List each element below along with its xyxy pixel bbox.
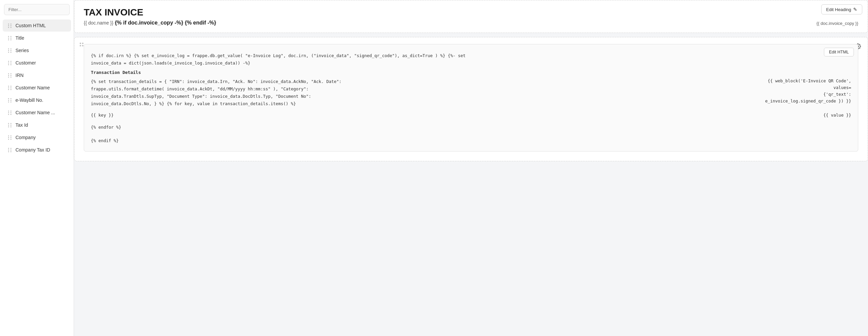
- filter-input[interactable]: [4, 4, 70, 15]
- drag-handle-dots-icon: [8, 36, 12, 40]
- endfor-line: {% endfor %}: [91, 124, 851, 131]
- edit-heading-button[interactable]: Edit Heading ✎: [821, 4, 862, 14]
- content-card-inner: Edit HTML {% if doc.irn %} {% set e_invo…: [74, 37, 868, 161]
- invoice-title: TAX INVOICE: [84, 7, 858, 18]
- pencil-icon: ✎: [853, 7, 857, 12]
- sidebar-filter-container: [4, 4, 70, 15]
- sidebar-item-label: IRN: [16, 73, 24, 78]
- drag-handle-dots-icon: [8, 123, 12, 127]
- card-drag-handle[interactable]: [80, 43, 84, 46]
- invoice-copy-var: {{ doc.invoice_copy }}: [816, 21, 858, 26]
- drag-handle-dots-icon: [8, 73, 12, 78]
- sidebar-item-company-tax-id[interactable]: Company Tax ID: [3, 144, 71, 156]
- endif-line: {% endif %}: [91, 137, 851, 144]
- code-line-3-left: {% set transaction_details = { "IRN": in…: [91, 78, 750, 108]
- qr-code-line-2: {'qr_text': e_invoice_log.signed_qr_code…: [750, 91, 851, 104]
- edit-html-area: Edit HTML {% if doc.irn %} {% set e_invo…: [84, 44, 858, 152]
- key-value-row: {{ key }} {{ value }}: [91, 112, 851, 119]
- sidebar-item-label: e-Waybill No.: [16, 97, 43, 103]
- sidebar-item-label: Custom HTML: [16, 23, 46, 28]
- code-line-3: {% set transaction_details = { "IRN": in…: [91, 78, 750, 85]
- key-var: {{ key }}: [91, 112, 114, 119]
- drag-handle-dots-icon: [8, 98, 12, 102]
- drag-handle-dots-icon: [8, 135, 12, 140]
- drag-handle-dots-icon: [8, 148, 12, 152]
- invoice-template-text: {% if doc.invoice_copy -%} {% endif -%}: [115, 20, 216, 26]
- invoice-subtitle: {{ doc.name }} {% if doc.invoice_copy -%…: [84, 20, 858, 26]
- sidebar-item-label: Customer: [16, 60, 36, 66]
- transaction-details-label: Transaction Details: [91, 70, 141, 75]
- main-content: Edit Heading ✎ TAX INVOICE {{ doc.name }…: [74, 0, 868, 336]
- sidebar-item-label: Customer Name ...: [16, 110, 55, 115]
- qr-code-line-1: {{ web_block('E-Invoice QR Code', values…: [750, 78, 851, 91]
- code-line-5: invoice_data.TranDtls.SupTyp, "Document …: [91, 93, 750, 100]
- sidebar-item-label: Series: [16, 48, 29, 53]
- sidebar-item-label: Company Tax ID: [16, 147, 50, 153]
- drag-handle-dots-icon: [8, 61, 12, 65]
- code-line-transaction-label: Transaction Details: [91, 69, 851, 76]
- code-line-1: {% if doc.irn %} {% set e_invoice_log = …: [91, 53, 851, 59]
- value-var: {{ value }}: [823, 112, 851, 119]
- content-card: Edit HTML {% if doc.irn %} {% set e_invo…: [74, 37, 868, 161]
- sidebar-item-series[interactable]: Series: [3, 44, 71, 57]
- sidebar-item-customer-name[interactable]: Customer Name: [3, 82, 71, 94]
- code-block: {% if doc.irn %} {% set e_invoice_log = …: [91, 53, 851, 144]
- drag-handle-dots-icon: [8, 48, 12, 53]
- sidebar-item-label: Title: [16, 35, 24, 41]
- sidebar-item-label: Customer Name: [16, 85, 50, 90]
- drag-handle-dots-icon: [8, 86, 12, 90]
- sidebar-item-custom-html[interactable]: Custom HTML: [3, 20, 71, 32]
- sidebar-item-e-waybill[interactable]: e-Waybill No.: [3, 94, 71, 106]
- doc-name-var: {{ doc.name }}: [84, 20, 113, 26]
- qr-code-block: {{ web_block('E-Invoice QR Code', values…: [750, 78, 851, 108]
- sidebar-item-customer[interactable]: Customer: [3, 57, 71, 69]
- invoice-header-card: Edit Heading ✎ TAX INVOICE {{ doc.name }…: [74, 0, 868, 33]
- edit-html-button[interactable]: Edit HTML: [824, 48, 854, 57]
- code-line-2: invoice_data = dict(json.loads(e_invoice…: [91, 60, 851, 67]
- code-line-4: frappe.utils.format_datetime( invoice_da…: [91, 86, 750, 92]
- sidebar-item-label: Tax Id: [16, 122, 28, 128]
- sidebar-item-tax-id[interactable]: Tax Id: [3, 119, 71, 131]
- code-line-6: invoice_data.DocDtls.No, } %} {% for key…: [91, 100, 750, 107]
- sidebar: Custom HTMLTitleSeriesCustomerIRNCustome…: [0, 0, 74, 336]
- sidebar-item-customer-name-2[interactable]: Customer Name ...: [3, 106, 71, 119]
- drag-handle-dots-icon: [8, 24, 12, 28]
- sidebar-item-company[interactable]: Company: [3, 131, 71, 143]
- sidebar-item-irn[interactable]: IRN: [3, 69, 71, 81]
- sidebar-item-label: Company: [16, 135, 36, 140]
- drag-handle-dots-icon: [8, 110, 12, 115]
- edit-heading-label: Edit Heading: [826, 7, 851, 12]
- sidebar-item-title[interactable]: Title: [3, 32, 71, 44]
- code-line-3-row: {% set transaction_details = { "IRN": in…: [91, 78, 851, 108]
